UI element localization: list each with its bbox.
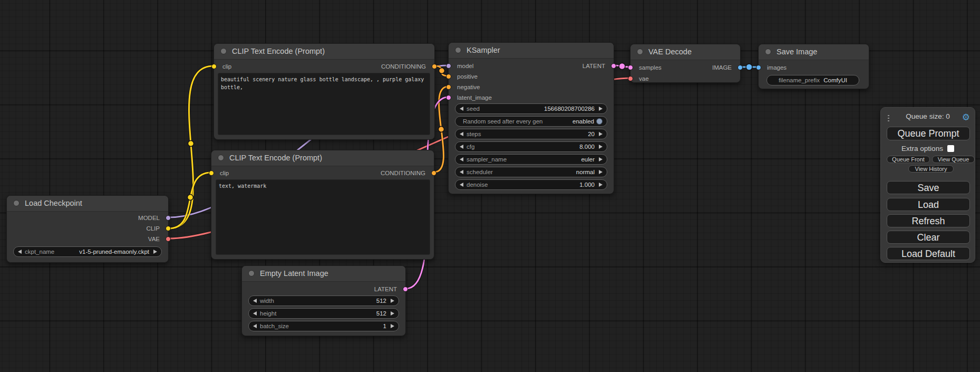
height-widget[interactable]: height 512 bbox=[248, 308, 399, 319]
model-input-label: model bbox=[457, 62, 473, 70]
load-button[interactable]: Load bbox=[887, 198, 970, 211]
increment-arrow-icon[interactable] bbox=[391, 311, 394, 316]
vae-output-port[interactable] bbox=[166, 236, 171, 242]
positive-input-port[interactable] bbox=[446, 74, 451, 79]
node-title-bar[interactable]: Load Checkpoint bbox=[7, 196, 168, 212]
widget-label: sampler_name bbox=[467, 156, 507, 163]
decrement-arrow-icon[interactable] bbox=[253, 299, 257, 303]
node-clip-text-encode-positive[interactable]: CLIP Text Encode (Prompt) clip CONDITION… bbox=[214, 43, 435, 140]
node-ksampler[interactable]: KSampler model positive negative latent_… bbox=[448, 42, 614, 194]
samples-input-port[interactable] bbox=[628, 65, 633, 70]
latent-output-port[interactable] bbox=[611, 63, 616, 69]
batch-size-widget[interactable]: batch_size 1 bbox=[248, 321, 399, 331]
node-title: VAE Decode bbox=[648, 47, 692, 56]
node-vae-decode[interactable]: VAE Decode samples vae IMAGE bbox=[630, 44, 741, 83]
denoise-widget[interactable]: denoise 1.000 bbox=[455, 179, 607, 190]
ckpt-name-widget[interactable]: ckpt_name v1-5-pruned-emaonly.ckpt bbox=[13, 246, 162, 257]
increment-arrow-icon[interactable] bbox=[599, 132, 603, 136]
node-clip-text-encode-negative[interactable]: CLIP Text Encode (Prompt) clip CONDITION… bbox=[211, 150, 434, 260]
decrement-arrow-icon[interactable] bbox=[460, 132, 463, 136]
save-button[interactable]: Save bbox=[887, 181, 970, 194]
next-value-arrow-icon[interactable] bbox=[599, 170, 603, 174]
clear-button[interactable]: Clear bbox=[887, 231, 970, 244]
latent-image-input-port[interactable] bbox=[446, 95, 451, 100]
next-value-arrow-icon[interactable] bbox=[599, 157, 603, 161]
vae-output-label: VAE bbox=[148, 235, 160, 243]
images-input-port[interactable] bbox=[756, 65, 761, 70]
filename-prefix-widget[interactable]: filename_prefix ComfyUI bbox=[766, 75, 859, 85]
increment-arrow-icon[interactable] bbox=[391, 324, 394, 328]
latent-image-input-label: latent_image bbox=[457, 93, 492, 102]
queue-panel[interactable]: Queue size: 0 ⚙ Queue Prompt Extra optio… bbox=[880, 107, 975, 263]
seed-widget[interactable]: seed 156680208700286 bbox=[455, 103, 607, 114]
negative-input-port[interactable] bbox=[446, 84, 451, 90]
clip-output-port[interactable] bbox=[166, 226, 171, 231]
node-title-bar[interactable]: KSampler bbox=[449, 43, 614, 59]
collapse-dot-icon[interactable] bbox=[220, 48, 227, 54]
gear-icon[interactable]: ⚙ bbox=[962, 113, 970, 122]
negative-prompt-textarea[interactable]: text, watermark bbox=[216, 179, 430, 255]
image-output-port[interactable] bbox=[738, 65, 743, 70]
clip-input-port[interactable] bbox=[209, 170, 214, 176]
widget-label: height bbox=[260, 310, 276, 317]
widget-value: 512 bbox=[376, 298, 386, 304]
widget-label: scheduler bbox=[467, 169, 493, 175]
prev-value-arrow-icon[interactable] bbox=[18, 250, 22, 254]
wire-negative-conditioning bbox=[434, 87, 448, 172]
width-widget[interactable]: width 512 bbox=[248, 295, 399, 306]
load-default-button[interactable]: Load Default bbox=[887, 247, 970, 260]
decrement-arrow-icon[interactable] bbox=[460, 107, 463, 111]
node-title-bar[interactable]: CLIP Text Encode (Prompt) bbox=[214, 44, 434, 60]
increment-arrow-icon[interactable] bbox=[599, 107, 603, 111]
decrement-arrow-icon[interactable] bbox=[460, 145, 463, 149]
refresh-button[interactable]: Refresh bbox=[887, 214, 970, 227]
positive-prompt-textarea[interactable]: beautiful scenery nature glass bottle la… bbox=[218, 73, 430, 135]
prev-value-arrow-icon[interactable] bbox=[460, 157, 463, 161]
clip-input-label: clip bbox=[222, 62, 231, 71]
positive-input-label: positive bbox=[457, 72, 478, 81]
node-title-bar[interactable]: Save Image bbox=[759, 44, 869, 60]
extra-options-checkbox[interactable] bbox=[947, 145, 954, 152]
node-load-checkpoint[interactable]: Load Checkpoint MODEL CLIP VAE ckpt_name… bbox=[6, 195, 169, 263]
queue-front-button[interactable]: Queue Front bbox=[887, 156, 930, 163]
collapse-dot-icon[interactable] bbox=[455, 47, 461, 53]
node-save-image[interactable]: Save Image images filename_prefix ComfyU… bbox=[758, 44, 869, 89]
decrement-arrow-icon[interactable] bbox=[253, 324, 257, 328]
node-title-bar[interactable]: CLIP Text Encode (Prompt) bbox=[211, 150, 434, 166]
widget-label: seed bbox=[467, 106, 480, 112]
steps-widget[interactable]: steps 20 bbox=[455, 129, 607, 139]
prev-value-arrow-icon[interactable] bbox=[460, 170, 463, 174]
node-graph-canvas[interactable]: Load Checkpoint MODEL CLIP VAE ckpt_name… bbox=[0, 0, 980, 372]
next-value-arrow-icon[interactable] bbox=[153, 250, 157, 254]
cfg-widget[interactable]: cfg 8.000 bbox=[455, 141, 607, 152]
toggle-icon[interactable] bbox=[596, 118, 603, 125]
model-output-port[interactable] bbox=[166, 215, 171, 221]
collapse-dot-icon[interactable] bbox=[218, 155, 224, 161]
collapse-dot-icon[interactable] bbox=[637, 49, 643, 55]
queue-prompt-button[interactable]: Queue Prompt bbox=[887, 127, 970, 140]
latent-output-port[interactable] bbox=[403, 287, 408, 292]
increment-arrow-icon[interactable] bbox=[599, 145, 603, 149]
sampler-name-widget[interactable]: sampler_name euler bbox=[455, 154, 607, 165]
random-seed-toggle-widget[interactable]: Random seed after every gen enabled bbox=[455, 116, 607, 127]
collapse-dot-icon[interactable] bbox=[765, 49, 771, 55]
clip-input-port[interactable] bbox=[211, 64, 217, 69]
conditioning-output-port[interactable] bbox=[431, 170, 436, 176]
increment-arrow-icon[interactable] bbox=[599, 183, 603, 187]
increment-arrow-icon[interactable] bbox=[391, 299, 394, 303]
widget-label: cfg bbox=[467, 144, 474, 150]
decrement-arrow-icon[interactable] bbox=[253, 311, 257, 316]
vae-input-port[interactable] bbox=[628, 76, 633, 81]
collapse-dot-icon[interactable] bbox=[13, 200, 20, 206]
view-queue-button[interactable]: View Queue bbox=[932, 156, 975, 163]
decrement-arrow-icon[interactable] bbox=[460, 183, 463, 187]
node-title-bar[interactable]: Empty Latent Image bbox=[242, 266, 405, 282]
node-title-bar[interactable]: VAE Decode bbox=[630, 44, 740, 60]
model-output-label: MODEL bbox=[138, 214, 160, 222]
view-history-button[interactable]: View History bbox=[908, 165, 954, 173]
collapse-dot-icon[interactable] bbox=[248, 270, 255, 276]
conditioning-output-port[interactable] bbox=[432, 64, 437, 69]
scheduler-widget[interactable]: scheduler normal bbox=[455, 167, 607, 177]
model-input-port[interactable] bbox=[446, 63, 451, 69]
node-empty-latent-image[interactable]: Empty Latent Image LATENT width 512 heig… bbox=[241, 265, 406, 336]
